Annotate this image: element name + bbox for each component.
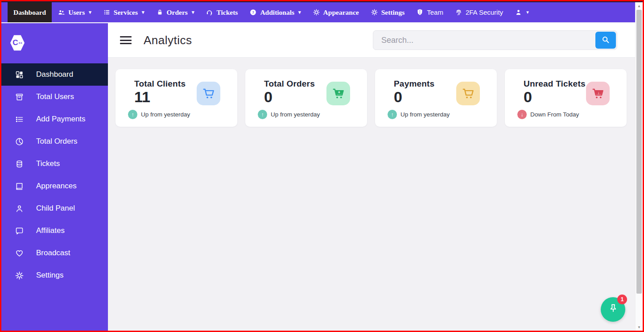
hamburger-menu-icon[interactable] bbox=[120, 34, 132, 46]
chevron-down-icon: ▾ bbox=[142, 10, 144, 15]
logo-suffix: ++ bbox=[19, 42, 22, 45]
nav-item-label: Team bbox=[427, 8, 443, 16]
nav-item-users[interactable]: Users▾ bbox=[52, 2, 97, 22]
brand-logo[interactable]: C++ bbox=[1, 23, 108, 63]
scroll-up-icon[interactable]: ▲ bbox=[636, 2, 643, 9]
nav-item-account[interactable]: ▾ bbox=[509, 2, 535, 22]
sidebar-item-broadcast[interactable]: Broadcast bbox=[1, 242, 108, 264]
chevron-down-icon: ▾ bbox=[298, 10, 301, 15]
trend-down-icon: ↓ bbox=[517, 110, 527, 119]
nav-item-additionals[interactable]: ?Additionals▾ bbox=[244, 2, 306, 22]
svg-text:↓: ↓ bbox=[598, 90, 599, 95]
sidebar-item-appreances[interactable]: Appreances bbox=[1, 175, 108, 197]
top-navbar: DashboardUsers▾Services▾Orders▾Tickets?A… bbox=[1, 2, 635, 23]
stat-card-trend: ↓Down From Today bbox=[517, 110, 616, 119]
archive-icon bbox=[15, 92, 24, 102]
sidebar-item-label: Tickets bbox=[36, 159, 60, 168]
notifications-fab[interactable]: 1 bbox=[601, 297, 625, 322]
trend-text: Up from yesterday bbox=[271, 111, 320, 118]
sidebar-item-child-panel[interactable]: Child Panel bbox=[1, 197, 108, 220]
nav-item-2fa-security[interactable]: 2FA Security bbox=[449, 2, 509, 22]
nav-item-label: Dashboard bbox=[13, 8, 46, 17]
stat-card-trend: ↑Up from yesterday bbox=[388, 110, 486, 119]
shield-icon bbox=[416, 8, 424, 16]
fingerprint-icon bbox=[455, 8, 462, 16]
stat-card-total-clients: Total Clients11↑Up from yesterday bbox=[116, 69, 237, 127]
stat-card-payments: Payments0↑Up from yesterday bbox=[375, 69, 497, 127]
nav-item-label: Settings bbox=[381, 8, 405, 17]
nav-item-appearance[interactable]: Appearance bbox=[307, 2, 365, 22]
nav-item-settings[interactable]: Settings bbox=[365, 2, 411, 22]
scroll-down-icon[interactable]: ▼ bbox=[636, 324, 643, 331]
gear-icon bbox=[15, 271, 24, 280]
stat-card-trend: ↑Up from yesterday bbox=[128, 110, 227, 119]
stat-card-trend: ↑Up from yesterday bbox=[258, 110, 356, 119]
cart-icon bbox=[456, 82, 480, 105]
nav-item-dashboard[interactable]: Dashboard bbox=[8, 2, 52, 22]
sidebar-item-label: Dashboard bbox=[36, 70, 73, 79]
svg-text:?: ? bbox=[252, 10, 255, 15]
sidebar-item-add-payments[interactable]: Add Payments bbox=[1, 108, 108, 130]
nav-item-label: 2FA Security bbox=[466, 8, 503, 16]
pushpin-icon bbox=[607, 303, 619, 316]
notification-badge: 1 bbox=[617, 295, 627, 304]
trend-text: Up from yesterday bbox=[400, 111, 450, 118]
sidebar-item-total-orders[interactable]: Total Orders bbox=[1, 130, 108, 153]
nav-item-orders[interactable]: Orders▾ bbox=[150, 2, 200, 22]
user-icon bbox=[515, 8, 522, 16]
search-input[interactable] bbox=[373, 36, 595, 45]
pie-chart-icon bbox=[15, 137, 24, 146]
nav-item-label: Services bbox=[114, 8, 138, 17]
page-header: Analytics bbox=[108, 23, 635, 58]
page-title: Analytics bbox=[144, 33, 192, 47]
sidebar-item-tickets[interactable]: Tickets bbox=[1, 153, 108, 175]
lock-icon bbox=[156, 8, 164, 16]
gear-flower-icon bbox=[313, 8, 320, 16]
database-icon bbox=[15, 159, 24, 169]
scrollbar-thumb[interactable] bbox=[636, 10, 642, 294]
sidebar: C++ DashboardTotal UsersAdd PaymentsTota… bbox=[1, 23, 108, 331]
search-button[interactable] bbox=[595, 32, 616, 49]
sidebar-item-settings[interactable]: Settings bbox=[1, 264, 108, 286]
search-bar bbox=[373, 30, 617, 50]
grid-icon bbox=[15, 70, 24, 79]
sidebar-item-total-users[interactable]: Total Users bbox=[1, 86, 108, 108]
trend-up-icon: ↑ bbox=[128, 110, 137, 119]
stat-cards-row: Total Clients11↑Up from yesterdayTotal O… bbox=[116, 69, 635, 127]
sidebar-item-label: Total Orders bbox=[36, 137, 78, 146]
trend-text: Up from yesterday bbox=[141, 111, 190, 118]
cart-icon: + bbox=[326, 82, 350, 105]
sidebar-item-affiliates[interactable]: Affiliates bbox=[1, 220, 108, 242]
logo-letter: C bbox=[12, 38, 18, 47]
chevron-down-icon: ▾ bbox=[89, 10, 91, 15]
chevron-down-icon: ▾ bbox=[526, 10, 529, 15]
cart-icon: ↓ bbox=[586, 82, 610, 105]
services-icon bbox=[103, 8, 111, 16]
nav-item-label: Appearance bbox=[323, 8, 359, 17]
nav-item-services[interactable]: Services▾ bbox=[97, 2, 150, 22]
vertical-scrollbar[interactable]: ▲ ▼ bbox=[635, 2, 643, 331]
sidebar-item-label: Total Users bbox=[36, 92, 74, 101]
sidebar-item-dashboard[interactable]: Dashboard bbox=[1, 63, 108, 86]
chevron-down-icon: ▾ bbox=[192, 10, 194, 15]
trend-up-icon: ↑ bbox=[388, 110, 397, 119]
sidebar-item-label: Affiliates bbox=[36, 226, 65, 235]
nav-item-label: Orders bbox=[167, 8, 188, 17]
sidebar-item-label: Appreances bbox=[36, 182, 77, 191]
sidebar-item-label: Settings bbox=[36, 271, 63, 280]
search-icon bbox=[601, 35, 611, 46]
content-area: Total Clients11↑Up from yesterdayTotal O… bbox=[108, 58, 635, 127]
sidebar-item-label: Add Payments bbox=[36, 115, 86, 124]
nav-item-team[interactable]: Team bbox=[410, 2, 449, 22]
gear-icon bbox=[371, 8, 378, 16]
svg-text:+: + bbox=[338, 90, 340, 95]
cart-icon bbox=[197, 82, 220, 105]
nav-item-tickets[interactable]: Tickets bbox=[200, 2, 244, 22]
nav-item-label: Users bbox=[68, 8, 85, 17]
hexagon-logo-icon: C++ bbox=[10, 35, 25, 51]
person-icon bbox=[15, 204, 24, 213]
sidebar-menu: DashboardTotal UsersAdd PaymentsTotal Or… bbox=[1, 63, 108, 286]
nav-item-label: Additionals bbox=[260, 8, 294, 17]
list-icon bbox=[15, 115, 24, 124]
trend-text: Down From Today bbox=[530, 111, 579, 118]
